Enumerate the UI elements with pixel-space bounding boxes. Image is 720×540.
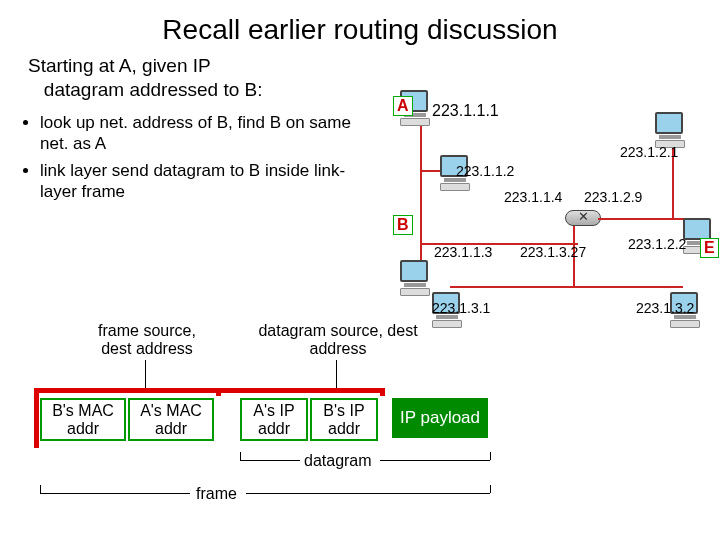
frame-span-right bbox=[246, 493, 490, 494]
frame-span-left bbox=[40, 493, 190, 494]
ip-r3: 223.1.3.27 bbox=[520, 244, 586, 260]
pc-b-icon bbox=[400, 260, 430, 296]
field-a-ip-text: A's IP addr bbox=[253, 402, 294, 437]
link-line bbox=[420, 243, 422, 261]
bullet-2: link layer send datagram to B inside lin… bbox=[40, 160, 360, 203]
node-b-label: B bbox=[393, 215, 413, 235]
dgram-src-label: datagram source, dest address bbox=[258, 322, 418, 359]
ip-d1: 223.1.3.1 bbox=[432, 300, 490, 316]
red-bracket-mid-stub bbox=[216, 388, 221, 396]
ip-d2: 223.1.3.2 bbox=[636, 300, 694, 316]
link-line bbox=[598, 218, 688, 220]
pc-icon bbox=[655, 112, 685, 148]
ip-a: 223.1.1.1 bbox=[432, 102, 499, 120]
field-ip-payload: IP payload bbox=[392, 398, 488, 438]
datagram-span-label: datagram bbox=[304, 452, 372, 470]
red-bracket-top bbox=[34, 388, 384, 393]
node-a-label: A bbox=[393, 96, 413, 116]
node-e-label: E bbox=[700, 238, 719, 258]
frame-span-label: frame bbox=[196, 485, 237, 503]
intro-text: Starting at A, given IP datagram address… bbox=[0, 50, 330, 102]
datagram-span-right bbox=[380, 460, 490, 461]
bullet-list: look up net. address of B, find B on sam… bbox=[0, 102, 360, 203]
datagram-span-left bbox=[240, 460, 300, 461]
bullet-1: look up net. address of B, find B on sam… bbox=[40, 112, 360, 155]
frame-tick bbox=[490, 485, 491, 493]
field-b-mac: B's MAC addr bbox=[40, 398, 126, 441]
link-line bbox=[420, 120, 422, 245]
link-line bbox=[450, 286, 575, 288]
ip-b: 223.1.1.3 bbox=[434, 244, 492, 260]
intro-line-1: Starting at A, given IP bbox=[28, 55, 211, 76]
link-line bbox=[573, 286, 683, 288]
page-title: Recall earlier routing discussion bbox=[0, 0, 720, 50]
field-b-ip-text: B's IP addr bbox=[323, 402, 364, 437]
field-a-mac: A's MAC addr bbox=[128, 398, 214, 441]
field-a-ip: A's IP addr bbox=[240, 398, 308, 441]
connector-line bbox=[145, 360, 146, 388]
field-a-mac-text: A's MAC addr bbox=[140, 402, 202, 437]
field-b-ip: B's IP addr bbox=[310, 398, 378, 441]
ip-e-top: 223.1.2.1 bbox=[620, 144, 678, 160]
hub-center-icon bbox=[565, 210, 601, 226]
ip-e: 223.1.2.2 bbox=[628, 236, 686, 252]
frame-tick bbox=[40, 485, 41, 493]
ip-r1: 223.1.1.4 bbox=[504, 189, 562, 205]
field-b-mac-text: B's MAC addr bbox=[52, 402, 114, 437]
datagram-tick bbox=[240, 452, 241, 460]
ip-a2: 223.1.1.2 bbox=[456, 163, 514, 179]
datagram-tick bbox=[490, 452, 491, 460]
red-bracket-right-stub bbox=[380, 388, 385, 396]
connector-line bbox=[336, 360, 337, 388]
intro-line-2: datagram addressed to B: bbox=[44, 79, 263, 100]
frame-src-label: frame source, dest address bbox=[82, 322, 212, 359]
red-bracket-left bbox=[34, 388, 39, 448]
ip-r2: 223.1.2.9 bbox=[584, 189, 642, 205]
